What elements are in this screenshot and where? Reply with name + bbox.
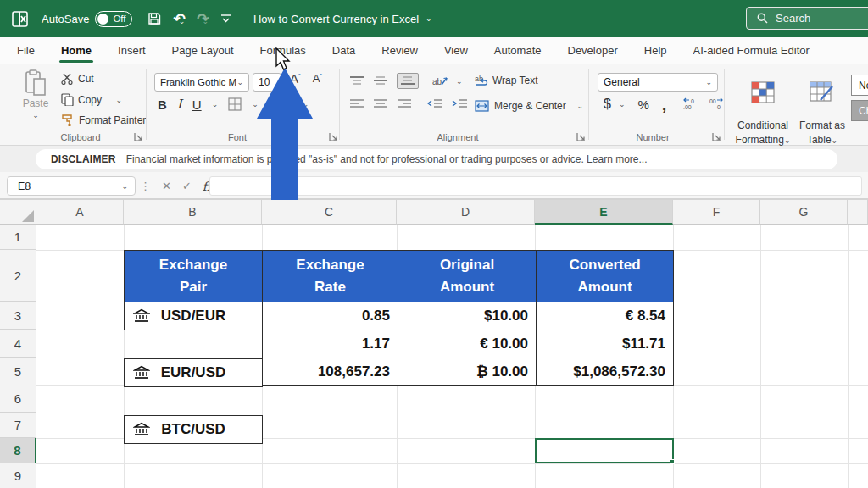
- orientation-dropdown-icon[interactable]: ⌄: [456, 77, 463, 86]
- format-painter-button[interactable]: Format Painter: [61, 114, 146, 126]
- row-header-7[interactable]: 7: [0, 413, 36, 438]
- confirm-entry-icon[interactable]: ✓: [182, 180, 192, 192]
- align-bottom-icon[interactable]: [397, 73, 419, 89]
- fill-handle[interactable]: [670, 459, 675, 464]
- name-box[interactable]: E8 ⌄: [7, 176, 136, 196]
- tab-automate[interactable]: Automate: [492, 39, 543, 62]
- row-header-9[interactable]: 9: [0, 463, 36, 488]
- align-center-icon[interactable]: [373, 98, 388, 109]
- orientation-icon[interactable]: ab: [432, 75, 448, 87]
- italic-button[interactable]: I: [177, 97, 182, 112]
- cell-e5-converted[interactable]: $1,086,572.30: [536, 358, 674, 386]
- wrap-text-button[interactable]: ab Wrap Text: [475, 75, 538, 86]
- column-header-d[interactable]: D: [397, 200, 535, 225]
- document-title[interactable]: How to Convert Currency in Excel ⌄: [253, 13, 432, 25]
- row-header-5[interactable]: 5: [0, 358, 36, 385]
- underline-dropdown-icon[interactable]: ⌄: [212, 100, 219, 108]
- table-header-original-amount[interactable]: Original Amount: [398, 250, 537, 302]
- number-dialog-launcher-icon[interactable]: [712, 132, 722, 142]
- align-left-icon[interactable]: [349, 98, 364, 109]
- align-top-icon[interactable]: [349, 75, 364, 86]
- tab-developer[interactable]: Developer: [566, 39, 620, 62]
- cell-c3-rate[interactable]: 0.85: [262, 302, 398, 330]
- align-right-icon[interactable]: [397, 98, 412, 109]
- undo-button[interactable]: ↶⌄: [173, 10, 185, 28]
- accounting-dropdown-icon[interactable]: ⌄: [619, 100, 626, 108]
- font-name-select[interactable]: Franklin Gothic Med ⌄: [154, 73, 249, 92]
- tab-view[interactable]: View: [442, 39, 470, 62]
- column-header-partial[interactable]: [848, 200, 868, 225]
- redo-button[interactable]: ↷⌄: [197, 10, 209, 28]
- cell-d3-original[interactable]: $10.00: [398, 302, 537, 330]
- bold-button[interactable]: B: [158, 97, 167, 112]
- percent-style-button[interactable]: %: [637, 97, 648, 112]
- customize-toolbar-icon[interactable]: [220, 14, 231, 24]
- search-input[interactable]: Search: [746, 7, 868, 30]
- cell-d5-original[interactable]: ₿ 10.00: [398, 358, 537, 386]
- cell-style-normal[interactable]: Nor: [851, 75, 868, 96]
- row-header-4[interactable]: 4: [0, 330, 36, 358]
- tab-help[interactable]: Help: [643, 39, 669, 62]
- tab-insert[interactable]: Insert: [116, 39, 147, 62]
- cell-e3-converted[interactable]: € 8.54: [536, 302, 674, 330]
- save-icon[interactable]: [147, 12, 161, 25]
- row-header-6[interactable]: 6: [0, 385, 36, 413]
- column-header-e[interactable]: E: [535, 200, 673, 225]
- row-header-3[interactable]: 3: [0, 302, 36, 330]
- column-header-a[interactable]: A: [36, 200, 124, 225]
- cancel-entry-icon[interactable]: ✕: [162, 180, 171, 192]
- cell-b3-pair[interactable]: USD/EUR: [124, 302, 263, 330]
- underline-button[interactable]: U: [192, 97, 202, 112]
- cut-button[interactable]: Cut: [61, 73, 94, 85]
- accounting-format-button[interactable]: $: [604, 97, 611, 112]
- column-header-b[interactable]: B: [124, 200, 262, 225]
- increase-indent-icon[interactable]: [452, 98, 468, 109]
- column-header-g[interactable]: G: [760, 200, 848, 225]
- autosave-control[interactable]: AutoSave Off: [42, 11, 132, 27]
- disclaimer-label: DISCLAIMER: [51, 153, 116, 165]
- table-header-exchange-rate[interactable]: Exchange Rate: [262, 250, 398, 302]
- cell-style-check[interactable]: Che: [851, 100, 868, 121]
- disclaimer-link[interactable]: Financial market information is provided…: [126, 153, 648, 165]
- increase-decimal-icon[interactable]: 0.00: [682, 97, 699, 111]
- conditional-formatting-button[interactable]: Conditional Formatting⌄: [731, 68, 795, 147]
- merge-dropdown-icon[interactable]: ⌄: [576, 102, 583, 110]
- tab-data[interactable]: Data: [331, 39, 357, 62]
- paste-button[interactable]: Paste ⌄: [17, 69, 54, 120]
- search-icon: [757, 13, 768, 24]
- column-header-c[interactable]: C: [262, 200, 397, 225]
- cell-c5-rate[interactable]: 108,657.23: [262, 358, 398, 386]
- row-header-2[interactable]: 2: [0, 250, 36, 302]
- selected-cell-e8[interactable]: [535, 438, 674, 463]
- column-header-f[interactable]: F: [673, 200, 760, 225]
- row-header-1[interactable]: 1: [0, 225, 36, 250]
- copy-button[interactable]: Copy ⌄: [61, 93, 122, 106]
- cell-c4-rate[interactable]: 1.17: [262, 330, 398, 358]
- cell-b4-pair[interactable]: EUR/USD: [124, 358, 263, 387]
- select-all-corner[interactable]: [0, 200, 36, 225]
- tab-page-layout[interactable]: Page Layout: [170, 39, 236, 62]
- row-header-8[interactable]: 8: [0, 438, 36, 463]
- tab-ai-formula-editor[interactable]: AI-aided Formula Editor: [692, 39, 811, 62]
- decrease-indent-icon[interactable]: [427, 98, 443, 109]
- merge-center-button[interactable]: Merge & Center ⌄: [475, 100, 583, 112]
- name-box-ellipsis-icon[interactable]: ⋮: [140, 180, 151, 192]
- cell-b5-pair[interactable]: BTC/USD: [124, 415, 263, 444]
- number-format-select[interactable]: General ⌄: [598, 73, 718, 92]
- cell-d4-original[interactable]: € 10.00: [398, 330, 537, 358]
- clipboard-dialog-launcher-icon[interactable]: [134, 132, 144, 142]
- copy-dropdown-icon[interactable]: ⌄: [115, 96, 122, 104]
- autosave-toggle[interactable]: Off: [95, 11, 132, 27]
- borders-icon[interactable]: [228, 97, 242, 111]
- format-as-table-button[interactable]: Format as Table⌄: [795, 68, 849, 147]
- comma-style-button[interactable]: ,: [662, 100, 667, 108]
- table-header-exchange-pair[interactable]: Exchange Pair: [124, 250, 263, 302]
- alignment-dialog-launcher-icon[interactable]: [576, 132, 587, 142]
- cell-e4-converted[interactable]: $11.71: [536, 330, 674, 358]
- table-header-converted-amount[interactable]: Converted Amount: [536, 250, 674, 302]
- align-middle-icon[interactable]: [373, 75, 388, 86]
- tab-home[interactable]: Home: [59, 39, 93, 62]
- tab-review[interactable]: Review: [380, 39, 420, 62]
- tab-file[interactable]: File: [15, 39, 36, 62]
- decrease-decimal-icon[interactable]: .000: [707, 97, 724, 111]
